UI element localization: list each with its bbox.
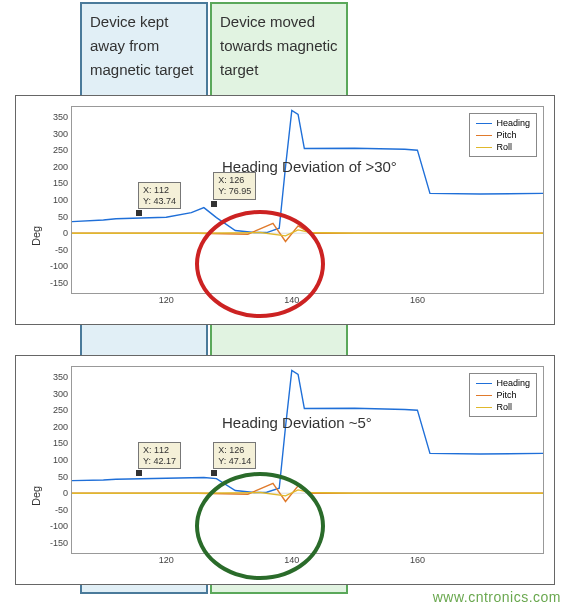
y-tick: 100 [53,455,72,465]
datatip-y: Y: 42.17 [143,456,176,466]
legend-swatch [476,407,492,408]
legend-bottom: Heading Pitch Roll [469,373,537,417]
y-tick: 250 [53,145,72,155]
y-tick: -100 [50,261,72,271]
overlay-away-label: Device kept away from magnetic target [90,13,193,78]
legend-row: Heading [476,377,530,389]
legend-label: Roll [496,141,512,153]
legend-swatch [476,123,492,124]
y-tick: -150 [50,278,72,288]
y-tick: 350 [53,112,72,122]
legend-label: Pitch [496,389,516,401]
y-tick: 200 [53,422,72,432]
legend-top: Heading Pitch Roll [469,113,537,157]
legend-swatch [476,395,492,396]
highlight-circle-red [195,210,325,318]
y-tick: 150 [53,178,72,188]
legend-row: Heading [476,117,530,129]
y-tick: -150 [50,538,72,548]
datatip-bot-right: X: 126 Y: 47.14 [213,442,256,470]
datatip-x: X: 126 [218,445,244,455]
legend-row: Roll [476,141,530,153]
datatip-x: X: 112 [143,185,169,195]
y-tick: 50 [58,212,72,222]
x-tick: 160 [410,553,425,565]
x-tick: 120 [159,293,174,305]
legend-swatch [476,135,492,136]
y-tick: 0 [63,228,72,238]
datatip-y: Y: 76.95 [218,186,251,196]
legend-swatch [476,147,492,148]
datatip-top-left: X: 112 Y: 43.74 [138,182,181,210]
overlay-towards-label: Device moved towards magnetic target [220,13,338,78]
y-tick: 300 [53,389,72,399]
y-tick: -100 [50,521,72,531]
y-tick: 0 [63,488,72,498]
y-tick: 100 [53,195,72,205]
y-tick: 300 [53,129,72,139]
datatip-x: X: 112 [143,445,169,455]
y-tick: 150 [53,438,72,448]
y-tick: -50 [55,505,72,515]
y-tick: 350 [53,372,72,382]
x-tick: 120 [159,553,174,565]
legend-swatch [476,383,492,384]
y-axis-label: Deg [30,486,42,506]
legend-label: Roll [496,401,512,413]
legend-label: Heading [496,117,530,129]
annotation-bottom: Heading Deviation ~5° [222,410,372,436]
watermark: www.cntronics.com [433,589,561,605]
y-tick: 250 [53,405,72,415]
y-tick: -50 [55,245,72,255]
annotation-top: Heading Deviation of >30° [222,154,397,180]
legend-label: Pitch [496,129,516,141]
legend-label: Heading [496,377,530,389]
datatip-bot-left: X: 112 Y: 42.17 [138,442,181,470]
datatip-y: Y: 43.74 [143,196,176,206]
x-tick: 160 [410,293,425,305]
legend-row: Pitch [476,129,530,141]
legend-row: Roll [476,401,530,413]
y-axis-label: Deg [30,226,42,246]
y-tick: 200 [53,162,72,172]
legend-row: Pitch [476,389,530,401]
datatip-y: Y: 47.14 [218,456,251,466]
highlight-circle-green [195,472,325,580]
y-tick: 50 [58,472,72,482]
